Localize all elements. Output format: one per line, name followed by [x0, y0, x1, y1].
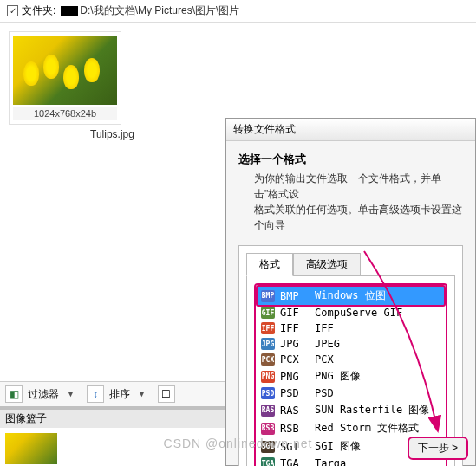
format-item-rsb[interactable]: RSBRSBRed Storm 文件格式	[258, 419, 444, 437]
format-item-png[interactable]: PNGPNGPNG 图像	[258, 367, 444, 385]
format-description: PCX	[315, 353, 334, 366]
format-icon: RSB	[261, 423, 275, 435]
format-item-bmp[interactable]: BMPBMPWindows 位图	[256, 285, 446, 307]
dialog-description: 为你的输出文件选取一个文件格式，并单击"格式设 格式关联的任何选项。单击高级选项…	[254, 171, 463, 233]
format-description: CompuServe GIF	[315, 307, 402, 319]
watermark: CSDN @onlinedown.net	[164, 437, 313, 450]
folder-label: 文件夹:	[22, 3, 55, 18]
thumbnail-item[interactable]: 1024x768x24b	[9, 31, 121, 125]
tab-format[interactable]: 格式	[246, 253, 293, 276]
format-item-ras[interactable]: RASRASSUN Rasterfile 图像	[258, 401, 444, 419]
thumbnail-filename: Tulips.jpg	[9, 125, 216, 140]
redacted-drive	[61, 6, 78, 16]
sort-label[interactable]: 排序	[109, 387, 130, 402]
chevron-down-icon[interactable]: ▼	[138, 390, 146, 398]
basket-title: 图像篮子	[0, 406, 225, 428]
filter-label[interactable]: 过滤器	[28, 387, 59, 402]
format-description: Windows 位图	[315, 288, 386, 303]
format-description: PNG 图像	[315, 369, 361, 384]
format-ext: TGA	[280, 457, 315, 466]
tab-advanced[interactable]: 高级选项	[293, 253, 361, 276]
format-ext: RAS	[280, 405, 315, 417]
format-item-jpg[interactable]: JPGJPGJPEG	[258, 336, 444, 352]
format-ext: PNG	[280, 371, 315, 383]
format-description: SGI 图像	[315, 439, 361, 454]
thumbnail-dimensions: 1024x768x24b	[13, 107, 117, 120]
format-icon: PSD	[261, 387, 275, 399]
format-icon: TGA	[261, 457, 275, 466]
format-item-iff[interactable]: IFFIFFIFF	[258, 320, 444, 336]
toolbar: ◧ 过滤器 ▼ ↕ 排序 ▼ ☐	[0, 381, 225, 406]
filter-icon[interactable]: ◧	[5, 385, 23, 403]
folder-path: D:\我的文档\My Pictures\图片\图片	[80, 3, 239, 18]
basket-thumbnail[interactable]	[5, 433, 57, 464]
format-icon: GIF	[261, 307, 275, 319]
format-icon: JPG	[261, 338, 275, 350]
format-icon: IFF	[261, 322, 275, 334]
format-item-gif[interactable]: GIFGIFCompuServe GIF	[258, 305, 444, 320]
folder-checkbox[interactable]: ✓	[7, 5, 18, 16]
format-item-psd[interactable]: PSDPSDPSD	[258, 385, 444, 401]
convert-format-dialog: 转换文件格式 选择一个格式 为你的输出文件选取一个文件格式，并单击"格式设 格式…	[225, 118, 476, 466]
format-icon: RAS	[261, 405, 275, 417]
format-ext: IFF	[280, 322, 315, 334]
next-button[interactable]: 下一步 >	[408, 437, 468, 460]
format-description: Targa	[315, 457, 346, 466]
format-description: JPEG	[315, 338, 340, 350]
format-ext: JPG	[280, 338, 315, 350]
tab-strip: 格式 高级选项	[246, 253, 455, 276]
format-description: SUN Rasterfile 图像	[315, 403, 429, 417]
thumbnail-image	[13, 36, 117, 105]
format-icon: PCX	[261, 353, 275, 366]
format-ext: PSD	[280, 387, 315, 399]
format-ext: BMP	[280, 290, 315, 302]
chevron-down-icon[interactable]: ▼	[67, 390, 75, 398]
format-ext: PCX	[280, 353, 315, 366]
sort-icon[interactable]: ↕	[87, 385, 104, 403]
format-ext: RSB	[280, 423, 315, 435]
format-item-pcx[interactable]: PCXPCXPCX	[258, 352, 444, 367]
format-description: Red Storm 文件格式	[315, 421, 419, 436]
format-description: IFF	[315, 322, 334, 334]
dialog-heading: 选择一个格式	[238, 152, 463, 167]
path-bar: ✓ 文件夹: D:\我的文档\My Pictures\图片\图片	[0, 0, 476, 23]
thumbnail-pane: 1024x768x24b Tulips.jpg ◧ 过滤器 ▼ ↕ 排序 ▼ ☐…	[0, 23, 225, 466]
format-icon: PNG	[261, 371, 275, 383]
format-description: PSD	[315, 387, 334, 399]
dialog-title: 转换文件格式	[226, 119, 475, 141]
select-icon[interactable]: ☐	[158, 385, 175, 403]
format-icon: BMP	[261, 290, 275, 302]
format-ext: GIF	[280, 307, 315, 319]
